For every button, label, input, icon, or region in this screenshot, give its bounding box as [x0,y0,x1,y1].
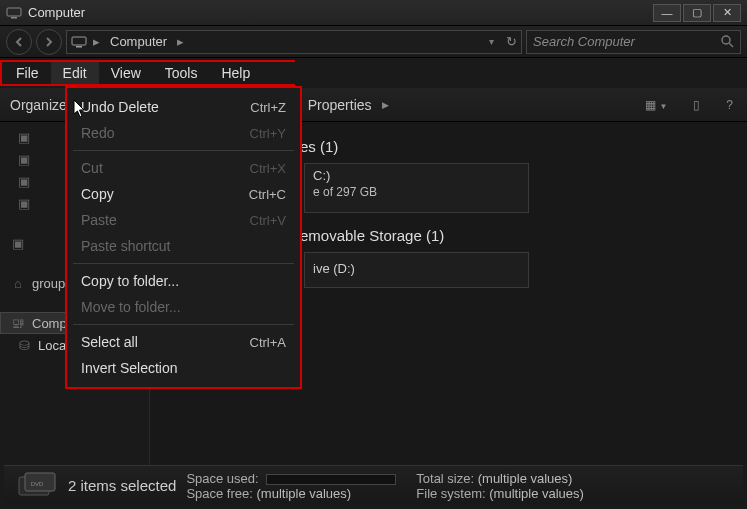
edit-menu-popup: Undo DeleteCtrl+Z RedoCtrl+Y CutCtrl+X C… [65,86,302,389]
total-size-label: Total size: [416,471,474,486]
menu-item-shortcut: Ctrl+V [250,213,286,228]
address-bar[interactable]: ▸ Computer ▸ ▾ ↻ [66,30,522,54]
computer-icon [6,7,22,19]
menu-item-shortcut: Ctrl+Z [250,100,286,115]
space-free-value: (multiple values) [257,486,352,501]
folder-icon: ▣ [16,152,32,167]
total-size-value: (multiple values) [478,471,573,486]
svg-point-4 [722,36,730,44]
disk-icon: ⛁ [16,338,32,353]
status-bar: DVD 2 items selected Space used: Total s… [4,465,743,505]
organize-label: Organize [10,97,67,113]
menu-item-move-to-folder: Move to folder... [67,294,300,320]
folder-icon: ▣ [10,236,26,251]
sidebar-item-label: group [32,276,65,291]
breadcrumb-computer[interactable]: Computer [106,34,171,49]
menu-item-label: Invert Selection [81,360,286,376]
breadcrumb-separator: ▸ [93,34,100,49]
search-placeholder: Search Computer [533,34,635,49]
menu-item-redo: RedoCtrl+Y [67,120,300,146]
svg-rect-2 [72,37,86,45]
menu-item-undo[interactable]: Undo DeleteCtrl+Z [67,94,300,120]
file-system-label: File system: [416,486,485,501]
breadcrumb-separator: ▸ [177,34,184,49]
menu-item-paste: PasteCtrl+V [67,207,300,233]
menu-view[interactable]: View [99,62,153,84]
svg-text:DVD: DVD [31,481,44,487]
space-used-label: Space used: [186,471,258,486]
search-icon [721,35,734,48]
svg-line-5 [729,43,733,47]
folder-icon: ▣ [16,130,32,145]
section-removable-storage[interactable]: emovable Storage (1) [294,227,733,244]
drive-name: ive (D:) [313,261,520,276]
folder-icon: ▣ [16,196,32,211]
menu-item-label: Paste shortcut [81,238,286,254]
window-title: Computer [28,5,653,20]
space-free-label: Space free: [186,486,253,501]
drive-free-space: e of 297 GB [313,185,520,199]
computer-icon [71,36,87,48]
menu-separator [73,324,294,325]
menu-item-label: Cut [81,160,250,176]
section-hard-disk-drives[interactable]: es (1) [294,138,733,155]
menu-item-shortcut: Ctrl+A [250,335,286,350]
drive-name: C:) [313,168,520,183]
menu-item-label: Copy to folder... [81,273,286,289]
menu-item-label: Redo [81,125,250,141]
menu-file[interactable]: File [4,62,51,84]
minimize-button[interactable]: — [653,4,681,22]
menu-item-cut: CutCtrl+X [67,155,300,181]
folder-icon: ▣ [16,174,32,189]
properties-label: Properties [308,97,372,113]
menu-item-shortcut: Ctrl+C [249,187,286,202]
view-options-button[interactable]: ▦ ▼ [641,98,671,112]
selection-thumbnail: DVD [14,469,60,503]
menu-item-copy-to-folder[interactable]: Copy to folder... [67,268,300,294]
selection-count: 2 items selected [68,477,176,494]
navigation-bar: ▸ Computer ▸ ▾ ↻ Search Computer [0,26,747,58]
svg-rect-3 [76,46,82,48]
search-input[interactable]: Search Computer [526,30,741,54]
title-bar: Computer — ▢ ✕ [0,0,747,26]
menu-help[interactable]: Help [209,62,262,84]
menu-item-shortcut: Ctrl+X [250,161,286,176]
menu-separator [73,263,294,264]
menu-item-paste-shortcut: Paste shortcut [67,233,300,259]
forward-button[interactable] [36,29,62,55]
refresh-icon[interactable]: ↻ [506,34,517,49]
dropdown-icon[interactable]: ▾ [489,36,494,47]
menu-edit[interactable]: Edit [51,62,99,84]
help-button[interactable]: ? [722,98,737,112]
homegroup-icon: ⌂ [10,276,26,291]
menu-item-label: Move to folder... [81,299,286,315]
file-system-value: (multiple values) [489,486,584,501]
menu-item-label: Paste [81,212,250,228]
computer-icon: 🖳 [10,316,26,331]
section-label: es (1) [300,138,338,155]
menu-bar: File Edit View Tools Help [0,60,295,86]
drive-c[interactable]: C:) e of 297 GB [304,163,529,213]
menu-item-label: Undo Delete [81,99,250,115]
menu-item-label: Copy [81,186,249,202]
svg-rect-0 [7,8,21,16]
maximize-button[interactable]: ▢ [683,4,711,22]
properties-button[interactable]: Properties▶ [308,97,389,113]
menu-item-select-all[interactable]: Select allCtrl+A [67,329,300,355]
space-used-bar [266,474,396,485]
menu-separator [73,150,294,151]
section-label: emovable Storage (1) [300,227,444,244]
drive-d[interactable]: ive (D:) [304,252,529,288]
preview-pane-button[interactable]: ▯ [689,98,704,112]
menu-item-copy[interactable]: CopyCtrl+C [67,181,300,207]
menu-item-label: Select all [81,334,250,350]
forward-arrow-icon: ▶ [382,100,389,110]
menu-tools[interactable]: Tools [153,62,210,84]
menu-item-invert-selection[interactable]: Invert Selection [67,355,300,381]
back-button[interactable] [6,29,32,55]
svg-rect-1 [11,17,17,19]
menu-item-shortcut: Ctrl+Y [250,126,286,141]
close-button[interactable]: ✕ [713,4,741,22]
